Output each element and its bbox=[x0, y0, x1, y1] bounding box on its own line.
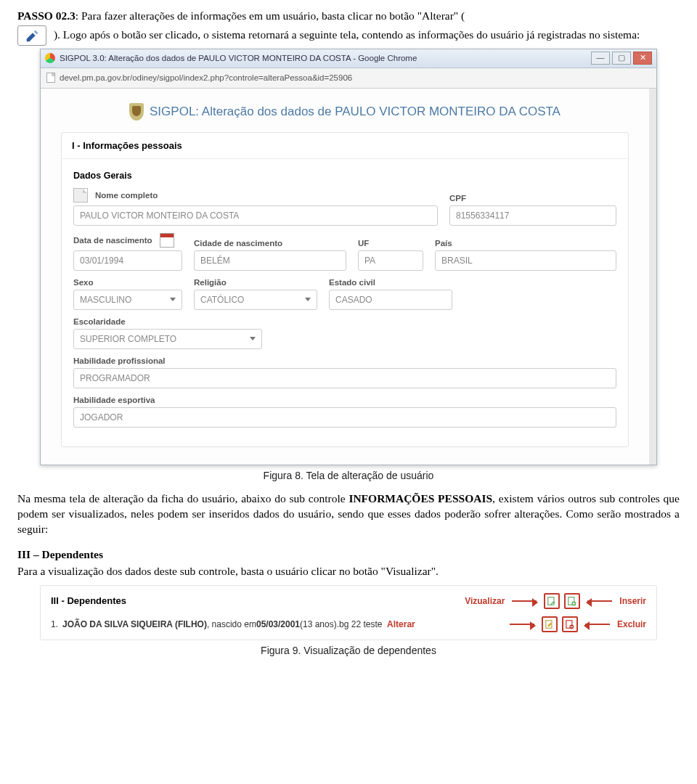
panel-header: I - Informações pessoais bbox=[62, 133, 628, 159]
chrome-icon bbox=[45, 53, 55, 63]
svg-rect-0 bbox=[548, 597, 554, 605]
dados-gerais-label: Dados Gerais bbox=[73, 171, 616, 181]
rel-label: Religião bbox=[194, 278, 317, 287]
window-max-button[interactable]: ▢ bbox=[612, 52, 631, 65]
explain-paragraph: Na mesma tela de alteração da ficha do u… bbox=[17, 491, 680, 537]
arrow-icon bbox=[587, 600, 612, 602]
chevron-down-icon bbox=[170, 298, 176, 301]
excluir-link[interactable]: Excluir bbox=[617, 619, 646, 629]
calendar-icon[interactable] bbox=[160, 233, 174, 248]
url-text: devel.pm.pa.gov.br/odiney/sigpol/index2.… bbox=[60, 73, 352, 82]
address-bar[interactable]: devel.pm.pa.gov.br/odiney/sigpol/index2.… bbox=[41, 68, 656, 89]
sexo-label: Sexo bbox=[73, 278, 182, 287]
pais-input[interactable]: BRASIL bbox=[435, 250, 616, 271]
panel-info-pessoais: I - Informações pessoais Dados Gerais No… bbox=[61, 132, 629, 447]
he-input[interactable]: JOGADOR bbox=[73, 407, 616, 428]
he-label: Habilidade esportiva bbox=[73, 396, 616, 404]
arrow-icon bbox=[512, 600, 537, 602]
ec-label: Estado civil bbox=[329, 278, 452, 287]
excluir-icon[interactable] bbox=[562, 616, 578, 632]
dnasc-label: Data de nascimento bbox=[73, 233, 182, 248]
esc-label: Escolaridade bbox=[73, 317, 262, 326]
nome-input[interactable]: PAULO VICTOR MONTEIRO DA COSTA bbox=[73, 205, 438, 226]
uf-input[interactable]: PA bbox=[358, 250, 423, 271]
row-name: JOÃO DA SILVA SIQUEIRA (FILHO) bbox=[62, 619, 207, 629]
sexo-select[interactable]: MASCULINO bbox=[73, 290, 182, 310]
inserir-icon[interactable] bbox=[564, 593, 580, 609]
ec-input[interactable]: CASADO bbox=[329, 290, 452, 310]
step-paragraph-2: ). Logo após o botão ser clicado, o sist… bbox=[17, 25, 680, 46]
row-extra: bg 22 teste bbox=[339, 619, 382, 629]
cnasc-input[interactable]: BELÉM bbox=[194, 250, 346, 271]
row-index: 1. bbox=[51, 619, 58, 629]
hp-input[interactable]: PROGRAMADOR bbox=[73, 368, 616, 388]
hp-label: Habilidade profissional bbox=[73, 356, 616, 365]
chrome-window: SIGPOL 3.0: Alteração dos dados de PAULO… bbox=[40, 49, 657, 465]
dnasc-input[interactable]: 03/01/1994 bbox=[73, 250, 182, 271]
shield-icon bbox=[129, 103, 144, 121]
pais-label: País bbox=[435, 239, 616, 248]
cnasc-label: Cidade de nascimento bbox=[194, 239, 346, 248]
dep-panel-title: III - Dependentes bbox=[51, 595, 126, 606]
step-paragraph: PASSO 02.3: Para fazer alterações de inf… bbox=[17, 9, 680, 24]
esc-select[interactable]: SUPERIOR COMPLETO bbox=[73, 329, 262, 349]
alterar-icon[interactable] bbox=[542, 616, 558, 632]
step-desc-2: ). Logo após o botão ser clicado, o sist… bbox=[54, 28, 640, 40]
page-icon bbox=[46, 73, 55, 83]
page-title: SIGPOL: Alteração dos dados de PAULO VIC… bbox=[61, 103, 629, 121]
step-label: PASSO 02.3 bbox=[17, 9, 76, 22]
photo-icon bbox=[73, 188, 88, 203]
edit-icon bbox=[17, 25, 46, 46]
uf-label: UF bbox=[358, 239, 423, 248]
window-close-button[interactable]: ✕ bbox=[633, 52, 652, 65]
visualizar-link[interactable]: Vizualizar bbox=[465, 596, 505, 606]
step-desc-1: Para fazer alterações de informações em … bbox=[81, 9, 465, 22]
dep-intro: Para a visualização dos dados deste sub … bbox=[17, 564, 680, 579]
dep-heading: III – Dependentes bbox=[17, 547, 680, 563]
chevron-down-icon bbox=[305, 298, 311, 301]
alterar-link[interactable]: Alterar bbox=[387, 619, 415, 629]
rel-select[interactable]: CATÓLICO bbox=[194, 290, 317, 310]
window-title: SIGPOL 3.0: Alteração dos dados de PAULO… bbox=[60, 54, 417, 62]
chevron-down-icon bbox=[250, 337, 256, 340]
cpf-label: CPF bbox=[449, 194, 616, 203]
arrow-icon bbox=[510, 624, 534, 625]
nome-label: Nome completo bbox=[73, 188, 438, 203]
panel-dependentes: III - Dependentes Vizualizar Inserir 1. … bbox=[40, 585, 657, 640]
cpf-input[interactable]: 81556334117 bbox=[449, 205, 616, 226]
inserir-link[interactable]: Inserir bbox=[619, 596, 646, 606]
row-born: 05/03/2001 bbox=[256, 619, 300, 629]
visualizar-icon[interactable] bbox=[544, 593, 560, 609]
window-titlebar: SIGPOL 3.0: Alteração dos dados de PAULO… bbox=[41, 49, 656, 68]
page-content[interactable]: SIGPOL: Alteração dos dados de PAULO VIC… bbox=[41, 89, 656, 465]
dependent-row: 1. JOÃO DA SILVA SIQUEIRA (FILHO) , nasc… bbox=[51, 616, 646, 632]
figure9-caption: Figura 9. Visualização de dependentes bbox=[17, 645, 680, 656]
arrow-icon bbox=[585, 624, 610, 625]
figure8-caption: Figura 8. Tela de alteração de usuário bbox=[17, 470, 680, 481]
window-min-button[interactable]: — bbox=[591, 52, 610, 65]
